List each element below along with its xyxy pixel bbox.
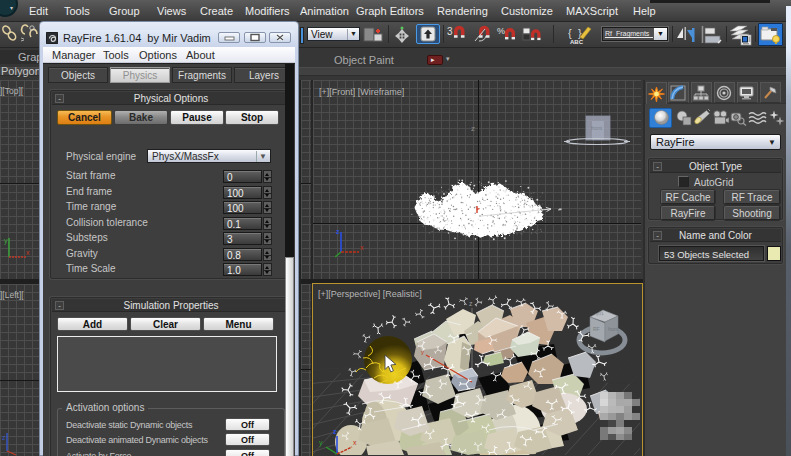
svg-text:front: front	[608, 326, 619, 332]
svg-text:x: x	[26, 249, 30, 256]
svg-text:ABC: ABC	[570, 39, 584, 45]
svg-text:x: x	[360, 244, 364, 251]
svg-text:front: front	[591, 125, 602, 131]
svg-text:z: z	[2, 434, 6, 441]
svg-text:z: z	[333, 428, 337, 435]
svg-text:RF: RF	[593, 326, 600, 332]
svg-text:3: 3	[447, 26, 453, 37]
svg-text:x: x	[353, 439, 357, 446]
svg-text:z: z	[469, 300, 473, 307]
svg-text:z: z	[336, 228, 340, 235]
svg-text:%: %	[497, 26, 505, 36]
svg-text:y: y	[4, 237, 8, 245]
svg-text:{: {	[568, 27, 572, 39]
svg-text:y: y	[319, 439, 323, 447]
svg-text:v01: v01	[595, 310, 604, 317]
